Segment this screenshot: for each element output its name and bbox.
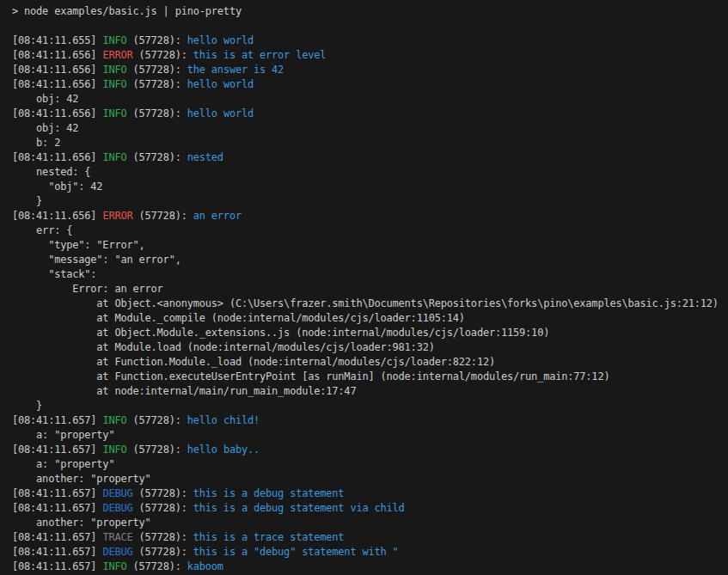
pid: (57728): — [126, 78, 187, 90]
stack-frame: at Function.Module._load (node:internal/… — [12, 356, 495, 368]
log-line: "message": "an error", — [12, 253, 728, 267]
blank-line — [12, 19, 728, 34]
level: INFO — [102, 64, 126, 76]
pid: (57728): — [126, 443, 187, 456]
timestamp: [08:41:11.656] — [12, 64, 102, 76]
timestamp: [08:41:11.657] — [12, 502, 102, 514]
timestamp: [08:41:11.657] — [12, 531, 102, 543]
level: ERROR — [102, 210, 132, 222]
message: hello world — [187, 107, 254, 119]
timestamp: [08:41:11.656] — [12, 151, 102, 163]
level: INFO — [102, 414, 126, 426]
stack-frame: at Module._compile (node:internal/module… — [12, 312, 465, 324]
level: INFO — [102, 107, 126, 119]
log-line: at Module._compile (node:internal/module… — [12, 311, 728, 326]
log-line: [08:41:11.656] INFO (57728): hello world — [12, 77, 728, 92]
timestamp: [08:41:11.656] — [12, 78, 102, 90]
log-line: [08:41:11.656] ERROR (57728): this is at… — [12, 48, 728, 63]
log-line: Error: an error — [12, 282, 728, 297]
log-line: a: "property" — [12, 428, 728, 443]
pid: (57728): — [126, 34, 187, 46]
pid: (57728): — [126, 107, 187, 119]
timestamp: [08:41:11.657] — [12, 560, 102, 572]
log-line: err: { — [12, 223, 728, 238]
level: TRACE — [102, 531, 132, 543]
level: INFO — [102, 560, 126, 572]
message: this is a debug statement — [193, 487, 345, 499]
stack-frame: at Object.<anonymous> (C:\Users\frazer.s… — [12, 297, 719, 309]
timestamp: [08:41:11.656] — [12, 210, 102, 222]
detail: "stack": — [12, 268, 96, 280]
log-line: [08:41:11.657] DEBUG (57728): this is a … — [12, 501, 728, 516]
timestamp: [08:41:11.657] — [12, 414, 102, 426]
level: DEBUG — [102, 487, 132, 499]
detail: "type": "Error", — [12, 239, 145, 251]
command: > node examples/basic.js | pino-pretty — [12, 5, 242, 17]
log-line: [08:41:11.657] DEBUG (57728): this is a … — [12, 545, 728, 560]
level: INFO — [102, 34, 126, 46]
timestamp: [08:41:11.656] — [12, 107, 102, 119]
detail: err: { — [12, 224, 72, 236]
detail: } — [12, 195, 42, 207]
stack-frame: at node:internal/main/run_main_module:17… — [12, 385, 356, 397]
detail: Error: an error — [12, 283, 163, 295]
log-line: at Function.Module._load (node:internal/… — [12, 355, 728, 370]
level: INFO — [102, 151, 126, 163]
log-line: b: 2 — [12, 136, 728, 150]
log-line: [08:41:11.657] INFO (57728): hello child… — [12, 413, 728, 428]
log-line: a: "property" — [12, 457, 728, 472]
detail: b: 2 — [12, 137, 60, 149]
log-line: [08:41:11.656] ERROR (57728): an error — [12, 209, 728, 223]
log-line: > node examples/basic.js | pino-pretty — [12, 4, 728, 19]
detail: } — [12, 400, 42, 412]
log-line: "stack": — [12, 267, 728, 282]
log-line: } — [12, 399, 728, 413]
log-line: at Module.load (node:internal/modules/cj… — [12, 340, 728, 355]
stack-frame: at Function.executeUserEntryPoint [as ru… — [12, 370, 609, 382]
level: ERROR — [102, 49, 132, 61]
detail: another: "property" — [12, 473, 151, 485]
terminal-output[interactable]: > node examples/basic.js | pino-pretty[0… — [0, 0, 728, 575]
log-line: } — [12, 194, 728, 209]
log-line: [08:41:11.657] TRACE (57728): this is a … — [12, 530, 728, 545]
timestamp: [08:41:11.657] — [12, 546, 102, 558]
log-line: another: "property" — [12, 516, 728, 530]
timestamp: [08:41:11.657] — [12, 443, 102, 456]
timestamp: [08:41:11.655] — [12, 34, 102, 46]
message: nested — [187, 151, 223, 163]
pid: (57728): — [126, 151, 187, 163]
log-line: [08:41:11.655] INFO (57728): hello world — [12, 34, 728, 48]
message: the answer is 42 — [187, 64, 284, 76]
message: hello world — [187, 78, 254, 90]
pid: (57728): — [133, 210, 193, 222]
detail: obj: 42 — [12, 93, 78, 105]
log-line: obj: 42 — [12, 121, 728, 136]
log-line: at Function.executeUserEntryPoint [as ru… — [12, 370, 728, 384]
detail: another: "property" — [12, 517, 151, 529]
log-line: [08:41:11.656] INFO (57728): hello world — [12, 107, 728, 121]
log-line: [08:41:11.656] INFO (57728): nested — [12, 150, 728, 165]
pid: (57728): — [126, 414, 187, 426]
stack-frame: at Object.Module._extensions..js (node:i… — [12, 327, 549, 339]
level: DEBUG — [102, 546, 132, 558]
stack-frame: at Module.load (node:internal/modules/cj… — [12, 341, 435, 353]
message: this is a trace statement — [193, 531, 345, 543]
detail: obj: 42 — [12, 122, 78, 134]
message: this is at error level — [193, 49, 327, 61]
pid: (57728): — [133, 49, 193, 61]
log-line: at node:internal/main/run_main_module:17… — [12, 384, 728, 399]
log-line: at Object.<anonymous> (C:\Users\frazer.s… — [12, 297, 728, 311]
log-line: nested: { — [12, 165, 728, 180]
level: DEBUG — [102, 502, 132, 514]
timestamp: [08:41:11.656] — [12, 49, 102, 61]
message: this is a debug statement via child — [193, 502, 405, 514]
pid: (57728): — [133, 502, 193, 514]
level: INFO — [102, 78, 126, 90]
message: hello child! — [187, 414, 260, 426]
detail: "obj": 42 — [12, 180, 102, 193]
log-line: "type": "Error", — [12, 238, 728, 253]
pid: (57728): — [133, 546, 193, 558]
message: hello baby.. — [187, 443, 260, 456]
log-line: obj: 42 — [12, 92, 728, 107]
log-line: [08:41:11.657] DEBUG (57728): this is a … — [12, 486, 728, 501]
